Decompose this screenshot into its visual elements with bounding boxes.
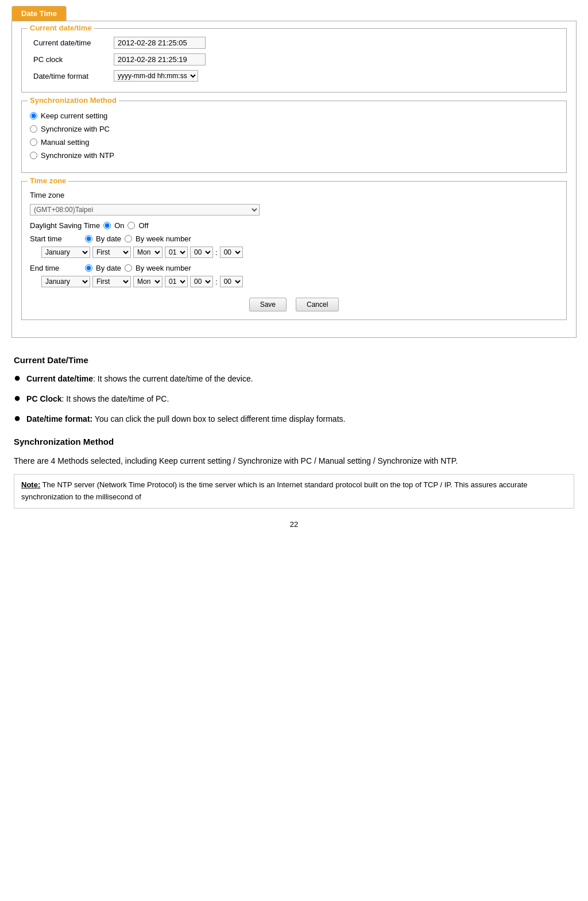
main-panel: Current date/time Current date/time 2012…	[11, 21, 577, 338]
section-timezone: Time zone Time zone (GMT+08:00)Taipei Da…	[21, 181, 567, 320]
bullet-format: ● Date/time format: You can click the pu…	[14, 413, 574, 425]
table-row: Current date/time 2012-02-28 21:25:05	[30, 34, 558, 51]
datetime-table: Current date/time 2012-02-28 21:25:05 PC…	[30, 34, 558, 84]
doc-section: Current Date/Time ● Current date/time: I…	[11, 355, 577, 529]
bullet-text-1: Current date/time: It shows the current …	[26, 373, 253, 385]
cancel-button[interactable]: Cancel	[296, 298, 339, 311]
label-start-bydate[interactable]: By date	[96, 234, 121, 243]
radio-sync-pc[interactable]	[30, 125, 37, 133]
label-sync-pc[interactable]: Synchronize with PC	[41, 125, 110, 133]
radio-dst-on[interactable]	[103, 222, 111, 229]
current-datetime-value: 2012-02-28 21:25:05	[114, 37, 206, 49]
bullet-dot-2: ●	[14, 392, 21, 403]
label-pc-clock: PC clock	[30, 51, 110, 68]
para-sync: There are 4 Methods selected, including …	[14, 455, 574, 467]
note-text: The NTP server (Network Time Protocol) i…	[21, 480, 528, 501]
format-select-cell: yyyy-mm-dd hh:mm:ss mm/dd/yyyy hh:mm:ss …	[110, 68, 558, 84]
timezone-select[interactable]: (GMT+08:00)Taipei	[30, 204, 260, 215]
label-manual[interactable]: Manual setting	[41, 138, 90, 147]
bullet-dot-1: ●	[14, 372, 21, 383]
section-title-tz: Time zone	[28, 176, 68, 185]
section-title-sync: Synchronization Method	[28, 96, 119, 105]
label-format: Date/time format	[30, 68, 110, 84]
bullet-term-1: Current date/time	[26, 374, 93, 383]
bullet-desc-1: : It shows the current date/time of the …	[93, 374, 253, 383]
radio-end-bydate[interactable]	[85, 264, 92, 272]
bullet-text-3: Date/time format: You can click the pull…	[26, 413, 345, 425]
end-time-row: End time By date By week number	[30, 264, 558, 272]
section-current-datetime: Current date/time Current date/time 2012…	[21, 28, 567, 93]
note-box: Note: The NTP server (Network Time Proto…	[14, 474, 574, 509]
start-time-label: Start time	[30, 234, 82, 243]
label-dst-off[interactable]: Off	[138, 221, 148, 230]
end-time-label: End time	[30, 264, 82, 272]
start-time-selects: JanuaryFebruaryMarchApril MayJuneJulyAug…	[41, 247, 558, 258]
value-pc-clock: 2012-02-28 21:25:19	[110, 51, 558, 68]
start-hour-select[interactable]: 00010203	[190, 247, 213, 258]
radio-start-bydate[interactable]	[85, 235, 92, 242]
start-month-select[interactable]: JanuaryFebruaryMarchApril MayJuneJulyAug…	[41, 247, 90, 258]
bullet-term-2: PC Clock	[26, 394, 61, 403]
end-month-select[interactable]: JanuaryFebruaryMarchApril MayJuneJulyAug…	[41, 276, 90, 287]
page-number: 22	[14, 520, 574, 529]
note-label: Note:	[21, 480, 40, 489]
tz-row: Time zone	[30, 191, 558, 199]
end-hour-select[interactable]: 00010203	[190, 276, 213, 287]
radio-ntp[interactable]	[30, 152, 37, 159]
end-daynum-select[interactable]: 0102030405	[165, 276, 188, 287]
label-ntp[interactable]: Synchronize with NTP	[41, 151, 114, 160]
format-select[interactable]: yyyy-mm-dd hh:mm:ss mm/dd/yyyy hh:mm:ss …	[114, 70, 198, 82]
tz-label: Time zone	[30, 191, 82, 199]
end-week-select[interactable]: FirstSecondThirdFourthLast	[92, 276, 131, 287]
label-keep-current[interactable]: Keep current setting	[41, 111, 107, 120]
heading-current-datetime: Current Date/Time	[14, 355, 574, 365]
label-current-datetime: Current date/time	[30, 34, 110, 51]
label-dst-on[interactable]: On	[114, 221, 124, 230]
radio-row-pc: Synchronize with PC	[30, 125, 558, 133]
bullet-term-3: Date/time format:	[26, 414, 92, 423]
start-time-colon: :	[215, 248, 218, 257]
label-start-byweek[interactable]: By week number	[136, 234, 191, 243]
bullet-current-datetime: ● Current date/time: It shows the curren…	[14, 373, 574, 385]
start-week-select[interactable]: FirstSecondThirdFourthLast	[92, 247, 131, 258]
tab-datetime[interactable]: Date Time	[11, 6, 67, 21]
radio-end-byweek[interactable]	[125, 264, 132, 272]
radio-row-ntp: Synchronize with NTP	[30, 151, 558, 160]
start-time-row: Start time By date By week number	[30, 234, 558, 243]
bullet-text-2: PC Clock: It shows the date/time of PC.	[26, 393, 169, 405]
bullet-pc-clock: ● PC Clock: It shows the date/time of PC…	[14, 393, 574, 405]
bullet-desc-2: : It shows the date/time of PC.	[62, 394, 169, 403]
heading-sync: Synchronization Method	[14, 437, 574, 446]
start-min-select[interactable]: 00010203	[220, 247, 243, 258]
tz-select-row: (GMT+08:00)Taipei	[30, 204, 558, 215]
tab-bar: Date Time	[11, 6, 577, 21]
start-day-select[interactable]: MonTueWedThuFriSatSun	[133, 247, 163, 258]
section-sync: Synchronization Method Keep current sett…	[21, 101, 567, 173]
save-button[interactable]: Save	[249, 298, 287, 311]
end-day-select[interactable]: MonTueWedThuFriSatSun	[133, 276, 163, 287]
end-min-select[interactable]: 00010203	[220, 276, 243, 287]
table-row: PC clock 2012-02-28 21:25:19	[30, 51, 558, 68]
radio-keep-current[interactable]	[30, 112, 37, 120]
pc-clock-value: 2012-02-28 21:25:19	[114, 53, 206, 66]
section-title-current: Current date/time	[28, 24, 94, 32]
start-daynum-select[interactable]: 0102030405	[165, 247, 188, 258]
label-end-byweek[interactable]: By week number	[136, 264, 191, 272]
end-time-selects: JanuaryFebruaryMarchApril MayJuneJulyAug…	[41, 276, 558, 287]
dst-label: Daylight Saving Time	[30, 221, 100, 230]
bullet-desc-3: You can click the pull down box to selec…	[92, 414, 345, 423]
radio-dst-off[interactable]	[127, 222, 135, 229]
value-current-datetime: 2012-02-28 21:25:05	[110, 34, 558, 51]
radio-row-keep: Keep current setting	[30, 111, 558, 120]
table-row: Date/time format yyyy-mm-dd hh:mm:ss mm/…	[30, 68, 558, 84]
radio-start-byweek[interactable]	[125, 235, 132, 242]
bullet-dot-3: ●	[14, 412, 21, 423]
radio-manual[interactable]	[30, 138, 37, 146]
dst-row: Daylight Saving Time On Off	[30, 221, 558, 230]
button-row: Save Cancel	[30, 298, 558, 311]
radio-row-manual: Manual setting	[30, 138, 558, 147]
end-time-colon: :	[215, 278, 218, 286]
label-end-bydate[interactable]: By date	[96, 264, 121, 272]
